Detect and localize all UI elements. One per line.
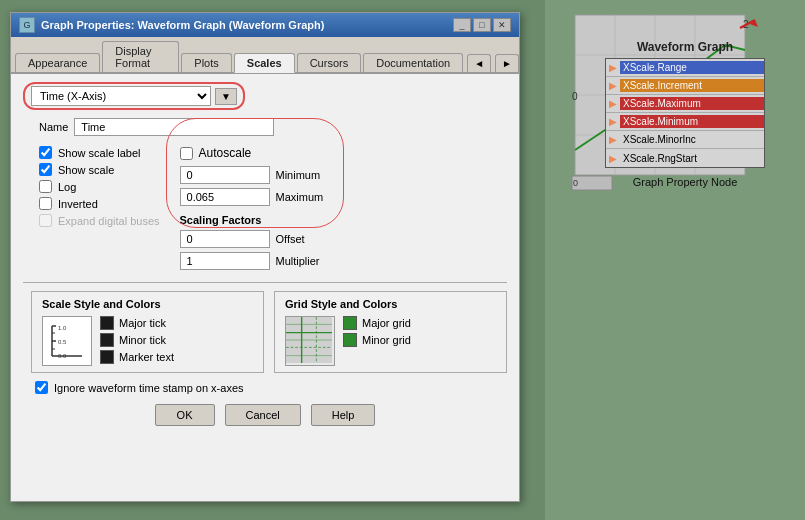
- ignore-waveform-row: Ignore waveform time stamp on x-axes: [35, 381, 507, 394]
- expand-digital-text: Expand digital buses: [58, 215, 160, 227]
- ignore-waveform-checkbox[interactable]: [35, 381, 48, 394]
- maximize-button[interactable]: □: [473, 18, 491, 32]
- show-scale-label-row: Show scale label: [39, 146, 160, 159]
- scale-style-preview: 1.0 0.5 0.0: [42, 316, 92, 366]
- marker-text-label: Marker text: [119, 351, 174, 363]
- show-scale-text: Show scale: [58, 164, 114, 176]
- multiplier-input[interactable]: [180, 252, 270, 270]
- offset-input[interactable]: [180, 230, 270, 248]
- minmax-area: Minimum Maximum: [180, 166, 324, 206]
- offset-row: Offset: [180, 230, 507, 248]
- scales-content: Time (X-Axis) ▼ Name Show scale label Sh…: [11, 74, 519, 434]
- log-checkbox[interactable]: [39, 180, 52, 193]
- waveform-table-row: ▶XScale.Range: [606, 59, 764, 77]
- expand-digital-row: Expand digital buses: [39, 214, 160, 227]
- grid-style-box: Grid Style and Colors: [274, 291, 507, 373]
- row-arrow: ▶: [606, 98, 620, 109]
- tab-next-button[interactable]: ►: [495, 54, 519, 72]
- tab-plots[interactable]: Plots: [181, 53, 231, 72]
- row-text: XScale.Maximum: [620, 97, 764, 110]
- minor-grid-item: Minor grid: [343, 333, 411, 347]
- tab-appearance[interactable]: Appearance: [15, 53, 100, 72]
- svg-text:0: 0: [572, 91, 578, 102]
- autoscale-row: Autoscale: [180, 146, 324, 160]
- major-tick-label: Major tick: [119, 317, 166, 329]
- tab-prev-button[interactable]: ◄: [467, 54, 491, 72]
- row-arrow: ▶: [606, 153, 620, 164]
- major-tick-item: Major tick: [100, 316, 174, 330]
- svg-text:0.5: 0.5: [58, 339, 67, 345]
- show-scale-row: Show scale: [39, 163, 160, 176]
- row-text: XScale.RngStart: [620, 152, 764, 165]
- row-arrow: ▶: [606, 116, 620, 127]
- help-button[interactable]: Help: [311, 404, 376, 426]
- show-scale-checkbox[interactable]: [39, 163, 52, 176]
- minimum-input[interactable]: [180, 166, 270, 184]
- waveform-graph-table: ▶XScale.Range▶XScale.Increment▶XScale.Ma…: [605, 58, 765, 168]
- minor-tick-label: Minor tick: [119, 334, 166, 346]
- grid-style-inner: Major grid Minor grid: [285, 316, 496, 366]
- major-grid-item: Major grid: [343, 316, 411, 330]
- svg-text:1.0: 1.0: [58, 325, 67, 331]
- scaling-section: Scaling Factors Offset Multiplier: [180, 214, 507, 270]
- inverted-checkbox[interactable]: [39, 197, 52, 210]
- right-options: Autoscale Minimum Maximum: [180, 146, 507, 274]
- tab-display-format[interactable]: Display Format: [102, 41, 179, 72]
- row-arrow: ▶: [606, 80, 620, 91]
- axis-dropdown[interactable]: Time (X-Axis): [31, 86, 211, 106]
- options-area: Show scale label Show scale Log Inverted…: [39, 146, 507, 274]
- tab-documentation[interactable]: Documentation: [363, 53, 463, 72]
- scale-style-title: Scale Style and Colors: [42, 298, 253, 310]
- scale-style-box: Scale Style and Colors 1.0: [31, 291, 264, 373]
- tab-scales[interactable]: Scales: [234, 53, 295, 73]
- grid-style-title: Grid Style and Colors: [285, 298, 496, 310]
- title-controls[interactable]: _ □ ✕: [453, 18, 511, 32]
- waveform-table-row: ▶XScale.RngStart: [606, 149, 764, 167]
- svg-rect-14: [44, 318, 90, 364]
- waveform-graph-title: Waveform Graph: [585, 40, 785, 54]
- multiplier-row: Multiplier: [180, 252, 507, 270]
- tab-cursors[interactable]: Cursors: [297, 53, 362, 72]
- row-text: XScale.Increment: [620, 79, 764, 92]
- close-button[interactable]: ✕: [493, 18, 511, 32]
- major-grid-swatch[interactable]: [343, 316, 357, 330]
- axis-dropdown-arrow[interactable]: ▼: [215, 88, 237, 105]
- scale-style-items: Major tick Minor tick Marker text: [100, 316, 174, 364]
- action-buttons: OK Cancel Help: [23, 404, 507, 426]
- minimize-button[interactable]: _: [453, 18, 471, 32]
- show-scale-label-checkbox[interactable]: [39, 146, 52, 159]
- divider: [23, 282, 507, 283]
- title-bar: G Graph Properties: Waveform Graph (Wave…: [11, 13, 519, 37]
- row-arrow: ▶: [606, 134, 620, 145]
- inverted-text: Inverted: [58, 198, 98, 210]
- left-options: Show scale label Show scale Log Inverted…: [39, 146, 160, 274]
- style-sections: Scale Style and Colors 1.0: [31, 291, 507, 373]
- waveform-table-row: ▶XScale.Maximum: [606, 95, 764, 113]
- cancel-button[interactable]: Cancel: [225, 404, 301, 426]
- tab-bar: Appearance Display Format Plots Scales C…: [11, 37, 519, 74]
- maximum-input[interactable]: [180, 188, 270, 206]
- grid-style-items: Major grid Minor grid: [343, 316, 411, 347]
- minimum-row: Minimum: [180, 166, 324, 184]
- expand-digital-checkbox[interactable]: [39, 214, 52, 227]
- minor-grid-label: Minor grid: [362, 334, 411, 346]
- minimum-label: Minimum: [276, 169, 321, 181]
- svg-text:0: 0: [573, 178, 578, 188]
- inverted-row: Inverted: [39, 197, 160, 210]
- minor-tick-item: Minor tick: [100, 333, 174, 347]
- axis-dropdown-row: Time (X-Axis) ▼: [23, 82, 507, 110]
- name-input[interactable]: [74, 118, 274, 136]
- minor-tick-swatch[interactable]: [100, 333, 114, 347]
- svg-text:0.0: 0.0: [58, 353, 67, 359]
- marker-text-swatch[interactable]: [100, 350, 114, 364]
- scaling-factors-title: Scaling Factors: [180, 214, 507, 226]
- log-text: Log: [58, 181, 76, 193]
- row-arrow: ▶: [606, 62, 620, 73]
- show-scale-label-text: Show scale label: [58, 147, 141, 159]
- major-tick-swatch[interactable]: [100, 316, 114, 330]
- minor-grid-swatch[interactable]: [343, 333, 357, 347]
- autoscale-checkbox[interactable]: [180, 147, 193, 160]
- title-bar-left: G Graph Properties: Waveform Graph (Wave…: [19, 17, 324, 33]
- ok-button[interactable]: OK: [155, 404, 215, 426]
- graph-properties-dialog: G Graph Properties: Waveform Graph (Wave…: [10, 12, 520, 502]
